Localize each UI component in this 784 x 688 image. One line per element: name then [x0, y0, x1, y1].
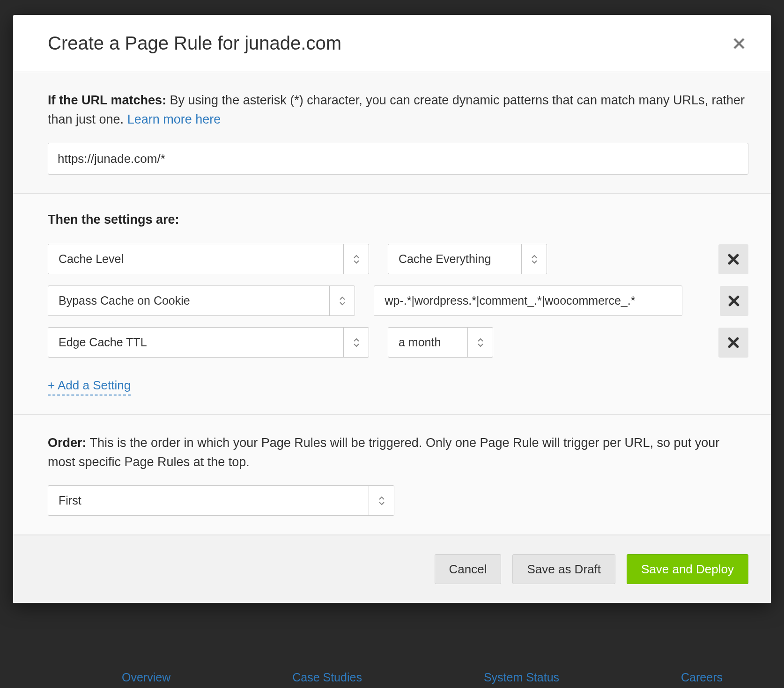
setting-name-select[interactable]: Edge Cache TTL [48, 327, 369, 358]
modal-header: Create a Page Rule for junade.com [13, 15, 771, 72]
remove-setting-button[interactable] [720, 286, 748, 316]
setting-name-value: Bypass Cache on Cookie [48, 286, 329, 315]
save-draft-button[interactable]: Save as Draft [512, 554, 615, 584]
setting-row: Cache Level Cache Everything [48, 244, 748, 274]
background-footer-links: Overview Case Studies System Status Care… [0, 671, 784, 684]
order-text: This is the order in which your Page Rul… [48, 436, 719, 469]
setting-row: Edge Cache TTL a month [48, 327, 748, 358]
order-description: Order: This is the order in which your P… [48, 433, 748, 471]
setting-row: Bypass Cache on Cookie [48, 285, 748, 316]
settings-section: Then the settings are: Cache Level Cache… [13, 194, 771, 415]
order-section: Order: This is the order in which your P… [13, 415, 771, 535]
chevron-updown-icon [521, 244, 547, 274]
chevron-updown-icon [467, 328, 493, 357]
chevron-updown-icon [343, 328, 369, 357]
chevron-updown-icon [329, 286, 355, 315]
settings-heading: Then the settings are: [48, 212, 748, 227]
cancel-button[interactable]: Cancel [435, 554, 502, 584]
setting-name-value: Edge Cache TTL [48, 328, 343, 357]
remove-icon [727, 337, 740, 349]
url-match-description: If the URL matches: By using the asteris… [48, 91, 748, 129]
url-pattern-input[interactable] [48, 143, 748, 175]
setting-value-text: a month [388, 328, 467, 357]
url-match-label: If the URL matches: [48, 93, 166, 107]
setting-value-select[interactable]: Cache Everything [388, 244, 547, 274]
setting-name-value: Cache Level [48, 244, 343, 274]
remove-icon [727, 253, 740, 265]
remove-setting-button[interactable] [718, 328, 748, 358]
remove-setting-button[interactable] [718, 244, 748, 274]
remove-icon [728, 295, 740, 307]
url-match-section: If the URL matches: By using the asteris… [13, 72, 771, 194]
add-setting-link[interactable]: + Add a Setting [48, 378, 131, 395]
chevron-updown-icon [343, 244, 369, 274]
order-label: Order: [48, 436, 87, 450]
order-select[interactable]: First [48, 485, 394, 516]
page-rule-modal: Create a Page Rule for junade.com If the… [13, 15, 771, 603]
setting-value-select[interactable]: a month [388, 327, 493, 358]
setting-value-input[interactable] [374, 285, 682, 316]
modal-footer: Cancel Save as Draft Save and Deploy [13, 535, 771, 603]
chevron-updown-icon [369, 486, 394, 515]
close-icon [732, 37, 746, 51]
save-deploy-button[interactable]: Save and Deploy [627, 554, 748, 584]
setting-value-text: Cache Everything [388, 244, 521, 274]
close-button[interactable] [730, 34, 748, 53]
order-value: First [48, 486, 369, 515]
setting-name-select[interactable]: Cache Level [48, 244, 369, 274]
setting-name-select[interactable]: Bypass Cache on Cookie [48, 285, 355, 316]
learn-more-link[interactable]: Learn more here [127, 112, 221, 126]
modal-title: Create a Page Rule for junade.com [48, 33, 341, 54]
